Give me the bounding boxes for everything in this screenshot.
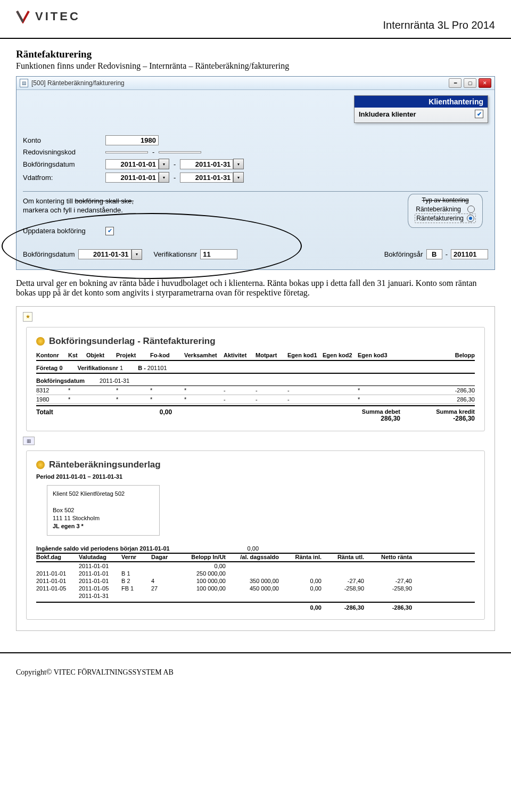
vdat-to[interactable]: 2011-01-31: [180, 173, 233, 183]
update-booking-checkbox[interactable]: ✔: [105, 227, 114, 235]
redovisningskod-input-2[interactable]: [159, 151, 201, 153]
bokforingsar-input[interactable]: 201101: [451, 249, 488, 259]
client-panel-header: Klienthantering: [355, 96, 488, 108]
radio-icon: [467, 215, 474, 222]
grid-bokdat-row: Bokföringsdatum 2011-01-31: [36, 376, 475, 386]
date-dropdown-icon[interactable]: ▾: [233, 159, 244, 169]
bokforingsar-prefix[interactable]: B: [426, 249, 442, 259]
konto-input[interactable]: 1980: [105, 135, 159, 145]
section-divider: [23, 191, 488, 192]
field-group: Konto 1980 Redovisningskod - Bokföringsd…: [23, 130, 488, 183]
date-dropdown-icon[interactable]: ▾: [159, 159, 169, 169]
radio-rantefakturering[interactable]: Räntefakturering: [415, 214, 476, 223]
include-clients-checkbox[interactable]: ✔: [475, 110, 483, 118]
radio-icon: [467, 206, 475, 213]
window-close-button[interactable]: ✕: [479, 78, 491, 88]
section-intro: Funktionen finns under Redovisning – Int…: [16, 61, 495, 71]
period-label: Period 2011-01-01 – 2011-01-31: [36, 473, 475, 480]
booking-section: Om kontering till bokföring skall ske, m…: [23, 197, 488, 260]
booking-bokdat-input[interactable]: 2011-01-31: [78, 249, 131, 259]
lines-header: Bokf.dag Valutadag Vernr Dagar Belopp In…: [36, 554, 475, 562]
booking-bottom-row: Bokföringsdatum 2011-01-31▾ Verifikation…: [23, 249, 488, 260]
ver-input[interactable]: 11: [200, 249, 237, 259]
date-dropdown-icon[interactable]: ▾: [131, 249, 142, 260]
window-maximize-button[interactable]: ▢: [464, 78, 476, 88]
client-address-box: Klient 502 Klientföretag 502 Box 502 111…: [47, 485, 160, 536]
copyright-footer: Copyright© VITEC FÖRVALTNINGSSYSTEM AB: [0, 652, 511, 687]
date-dropdown-icon[interactable]: ▾: [159, 172, 169, 183]
grid-totals-row: Totalt0,00 Summa debet286,30 Summa kredi…: [36, 405, 475, 422]
update-booking-label: Uppdatera bokföring: [23, 227, 105, 235]
panel-title-text: Ränteberäkningsunderlag: [49, 460, 161, 470]
divider-icon: ▦: [23, 437, 35, 445]
vdatfrom-label: Vdatfrom:: [23, 174, 105, 182]
grid-header-row: Kontonr Kst Objekt Projekt Fo-kod Verksa…: [36, 352, 475, 361]
bokforings-grid: Kontonr Kst Objekt Projekt Fo-kod Verksa…: [36, 352, 475, 422]
panel-icon: [36, 337, 45, 346]
lines-total: 0,00 -286,30 -286,30: [36, 602, 475, 611]
document-header: VITEC Internränta 3L Pro 2014: [0, 0, 511, 39]
table-row: 2011-01-012011-01-01B 24100 000,00350 00…: [36, 577, 475, 585]
table-row: 2011-01-010,00: [36, 562, 475, 570]
table-row: 8312****---*-286,30: [36, 386, 475, 395]
report-viewer: ★ Bokföringsunderlag - Räntefakturering …: [16, 306, 495, 631]
section-heading: Räntefakturering: [16, 48, 495, 60]
panel-icon: [36, 461, 45, 469]
window-app-icon: ▤: [20, 79, 28, 87]
ranteberakning-panel: Ränteberäkningsunderlag Period 2011-01-0…: [26, 450, 485, 620]
booking-bokdat-label: Bokföringsdatum: [23, 250, 75, 258]
report-icon: ★: [23, 312, 32, 322]
radio-ranteberakning[interactable]: Ränteberäkning: [415, 205, 476, 214]
document-title: Internränta 3L Pro 2014: [16, 19, 495, 35]
bokforingsunderlag-panel: Bokföringsunderlag - Räntefakturering Ko…: [26, 327, 485, 431]
table-row: 2011-01-052011-01-05FB 127100 000,00450 …: [36, 585, 475, 592]
bokforingsdatum-label: Bokföringsdatum: [23, 160, 105, 168]
panel-title-text: Bokföringsunderlag - Räntefakturering: [49, 336, 216, 347]
table-row: 2011-01-012011-01-01B 1250 000,00: [36, 570, 475, 577]
vitec-logo-icon: [16, 10, 30, 23]
kontering-type-group: Typ av kontering Ränteberäkning Räntefak…: [408, 194, 483, 228]
konto-label: Konto: [23, 136, 105, 144]
table-row: 1980****---*286,30: [36, 395, 475, 404]
table-row: 2011-01-31: [36, 592, 475, 600]
ver-label: Verifikationsnr: [154, 250, 197, 258]
grid-subheader: Företag 0 Verifikationsnr 1 B - 201101: [36, 363, 475, 374]
vdat-from[interactable]: 2011-01-01: [105, 173, 159, 183]
date-dropdown-icon[interactable]: ▾: [233, 172, 244, 183]
include-clients-label: Inkludera klienter: [359, 110, 416, 118]
bokforingsdatum-from[interactable]: 2011-01-01: [105, 159, 159, 169]
brand-text: VITEC: [35, 10, 80, 23]
window-titlebar: ▤ [500] Ränteberäkning/fakturering ━ ▢ ✕: [17, 77, 494, 90]
window-minimize-button[interactable]: ━: [449, 78, 461, 88]
bokforingsdatum-to[interactable]: 2011-01-31: [180, 159, 233, 169]
redovisningskod-label: Redovisningskod: [23, 148, 105, 156]
redovisningskod-input-1[interactable]: [105, 151, 148, 153]
client-management-panel: Klienthantering Inkludera klienter ✔: [354, 95, 488, 123]
copyright-text: Copyright© VITEC FÖRVALTNINGSSYSTEM AB: [16, 668, 174, 676]
radio-group-title: Typ av kontering: [415, 196, 476, 204]
opening-balance-row: Ingående saldo vid periodens början 2011…: [36, 544, 475, 554]
explanatory-paragraph: Detta urval ger en bokning av ränta både…: [16, 278, 495, 298]
dialog-window: ▤ [500] Ränteberäkning/fakturering ━ ▢ ✕…: [16, 76, 495, 270]
window-title: [500] Ränteberäkning/fakturering: [31, 79, 125, 87]
bokforingsar-label: Bokföringsår: [384, 250, 423, 258]
annotation-ellipse: [2, 213, 302, 279]
